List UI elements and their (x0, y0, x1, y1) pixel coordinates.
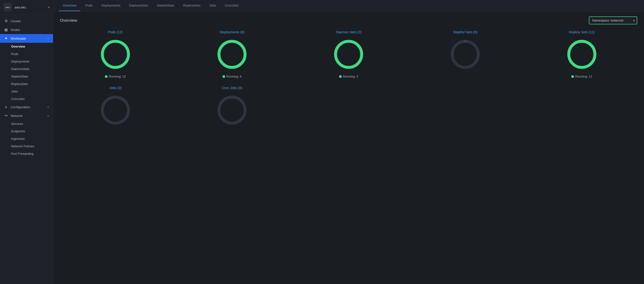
brand-title: aws:eks (14, 5, 46, 9)
circle-deployments: Deployments (6) Running: 6 (176, 30, 288, 78)
sidebar-sub-deployments[interactable]: Deployments (0, 58, 53, 65)
circle-replicasets-running: Running: 11 (575, 75, 592, 78)
main-panel: Overview Pods Deployments DaemonSets Sta… (53, 0, 644, 284)
circle-cronjobs: Cron Jobs (0) Running: 0 (176, 86, 288, 134)
tab-overview[interactable]: Overview (59, 0, 80, 11)
circle-deployments-legend: Running: 6 (222, 75, 242, 78)
donut-daemonsets (332, 37, 366, 71)
legend-dot-green-5 (572, 75, 574, 78)
svg-point-3 (219, 41, 245, 67)
sidebar-label-nodes: Nodes (11, 28, 20, 32)
svg-point-1 (102, 41, 128, 67)
tab-daemonsets[interactable]: DaemonSets (125, 0, 152, 11)
network-icon: ⚯ (4, 114, 8, 118)
namespace-wrapper: Namespace: kubecost Namespace: default N… (589, 16, 637, 24)
brand-arrow-icon[interactable]: ▾ (48, 5, 50, 9)
sidebar-sub-cronjobs[interactable]: CronJobs (0, 95, 53, 103)
sidebar-label-configuration: Configuration (11, 105, 30, 109)
sidebar-sub-statefulsets[interactable]: StatefulSets (0, 73, 53, 80)
circle-replicasets: Replica Sets (11) Running: 11 (526, 30, 637, 78)
donut-jobs (98, 93, 132, 127)
tab-bar: Overview Pods Deployments DaemonSets Sta… (53, 0, 644, 11)
network-arrow-icon: ∧ (47, 114, 49, 117)
sidebar-sub-replicasets[interactable]: ReplicaSets (0, 80, 53, 88)
tab-jobs[interactable]: Jobs (206, 0, 220, 11)
sidebar: aws aws:eks ▾ ⚙ Cluster ▦ Nodes ✦ Worklo… (0, 0, 53, 284)
sidebar-item-configuration[interactable]: ≡ Configuration ∨ (0, 103, 53, 111)
circle-deployments-label[interactable]: Deployments (6) (220, 30, 244, 34)
donut-replicasets (565, 37, 599, 71)
svg-point-10 (102, 97, 128, 123)
circle-replicasets-label[interactable]: Replica Sets (11) (569, 30, 595, 34)
nodes-icon: ▦ (4, 27, 8, 32)
sidebar-sub-jobs[interactable]: Jobs (0, 88, 53, 95)
configuration-icon: ≡ (4, 105, 8, 109)
tab-deployments[interactable]: Deployments (98, 0, 124, 11)
circle-daemonsets-running: Running: 2 (343, 75, 358, 78)
svg-point-5 (336, 41, 362, 67)
sidebar-sub-overview[interactable]: Overview (0, 43, 53, 50)
circle-pods-legend: Running: 12 (105, 75, 126, 78)
circle-daemonsets: Daemon Sets (2) Running: 2 (293, 30, 404, 78)
svg-point-11 (219, 97, 245, 123)
sidebar-nav: ⚙ Cluster ▦ Nodes ✦ Workloads ∧ Overview… (0, 15, 53, 284)
circle-pods-running: Running: 12 (109, 75, 126, 78)
configuration-arrow-icon: ∨ (47, 106, 49, 109)
content-header: Overview Namespace: kubecost Namespace: … (60, 16, 637, 24)
workloads-arrow-icon: ∧ (47, 37, 49, 40)
circle-statefulsets-label[interactable]: Stateful Sets (0) (453, 30, 477, 34)
cluster-icon: ⚙ (4, 19, 8, 23)
legend-dot-green-3 (339, 75, 342, 78)
content-area: Overview Namespace: kubecost Namespace: … (53, 11, 644, 284)
sidebar-sub-network-policies[interactable]: Network Policies (0, 142, 53, 150)
circle-replicasets-legend: Running: 11 (572, 75, 592, 78)
circles-row-2: Jobs (0) Running: 0 Cron Jobs (0) (60, 86, 637, 134)
donut-pods (98, 37, 132, 71)
circle-daemonsets-label[interactable]: Daemon Sets (2) (336, 30, 362, 34)
legend-dot-green-2 (222, 75, 225, 78)
workloads-icon: ✦ (4, 36, 8, 41)
tab-statefulsets[interactable]: StatefulSets (153, 0, 178, 11)
sidebar-item-nodes[interactable]: ▦ Nodes (0, 25, 53, 34)
tab-cronjobs[interactable]: CronJobs (221, 0, 243, 11)
svg-point-6 (452, 41, 478, 67)
page-title: Overview (60, 18, 77, 23)
circle-jobs-label[interactable]: Jobs (0) (109, 86, 122, 90)
sidebar-label-cluster: Cluster (11, 19, 21, 23)
sidebar-sub-services[interactable]: Services (0, 120, 53, 128)
circles-grid: Pods (12) Running: 12 Deployments (6) (60, 30, 637, 134)
circle-daemonsets-legend: Running: 2 (339, 75, 358, 78)
circle-statefulsets: Stateful Sets (0) Running: 0 (410, 30, 520, 78)
circle-pods: Pods (12) Running: 12 (60, 30, 171, 78)
donut-statefulsets (448, 37, 482, 71)
sidebar-header: aws aws:eks ▾ (0, 0, 53, 15)
sidebar-sub-daemonsets[interactable]: DaemonSets (0, 65, 53, 73)
sidebar-item-workloads[interactable]: ✦ Workloads ∧ (0, 34, 53, 43)
donut-deployments (215, 37, 249, 71)
donut-cronjobs (215, 93, 249, 127)
sidebar-label-network: Network (11, 114, 23, 118)
circle-cronjobs-label[interactable]: Cron Jobs (0) (222, 86, 242, 90)
sidebar-item-network[interactable]: ⚯ Network ∧ (0, 111, 53, 120)
sidebar-sub-ingresses[interactable]: Ingresses (0, 135, 53, 142)
tab-pods[interactable]: Pods (81, 0, 96, 11)
aws-logo-icon: aws (4, 3, 12, 11)
circles-row-1: Pods (12) Running: 12 Deployments (6) (60, 30, 637, 78)
sidebar-item-cluster[interactable]: ⚙ Cluster (0, 17, 53, 25)
tab-replicasets[interactable]: ReplicaSets (179, 0, 204, 11)
circle-jobs: Jobs (0) Running: 0 (60, 86, 171, 134)
sidebar-sub-endpoints[interactable]: Endpoints (0, 128, 53, 135)
circle-deployments-running: Running: 6 (226, 75, 242, 78)
sidebar-label-workloads: Workloads (11, 37, 26, 40)
svg-point-9 (569, 41, 595, 67)
sidebar-sub-pods[interactable]: Pods (0, 50, 53, 58)
legend-dot-green (105, 75, 108, 78)
circle-pods-label[interactable]: Pods (12) (108, 30, 123, 34)
namespace-select[interactable]: Namespace: kubecost Namespace: default N… (589, 16, 637, 24)
sidebar-sub-port-forwarding[interactable]: Port Forwarding (0, 150, 53, 157)
